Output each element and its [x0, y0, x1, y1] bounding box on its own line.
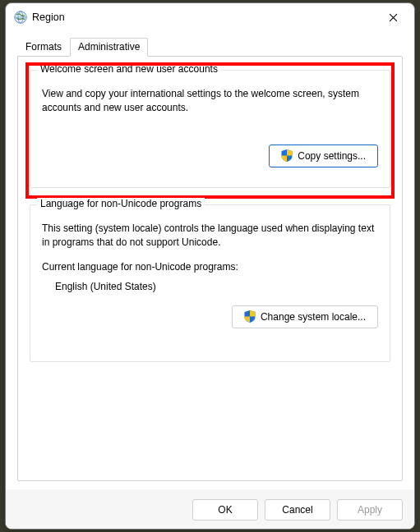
ok-button[interactable]: OK [192, 499, 258, 521]
tab-formats[interactable]: Formats [17, 38, 70, 57]
shield-icon [244, 310, 256, 323]
cancel-button[interactable]: Cancel [265, 499, 330, 521]
shield-icon [281, 149, 293, 162]
globe-icon [14, 11, 27, 24]
group-non-unicode: Language for non-Unicode programs This s… [30, 204, 390, 362]
copy-settings-label: Copy settings... [298, 150, 366, 162]
group-title-welcome: Welcome screen and new user accounts [37, 63, 221, 75]
current-language-value: English (United States) [55, 281, 378, 292]
group-title-non-unicode: Language for non-Unicode programs [37, 198, 205, 209]
group-welcome-screen: Welcome screen and new user accounts Vie… [30, 70, 390, 188]
copy-settings-button[interactable]: Copy settings... [269, 144, 378, 167]
change-system-locale-label: Change system locale... [261, 311, 366, 323]
dialog-footer: OK Cancel Apply [6, 489, 414, 529]
current-language-label: Current language for non-Unicode program… [42, 261, 378, 273]
region-dialog: Region Formats Administrative Welcome sc… [5, 2, 415, 530]
close-button[interactable] [375, 5, 411, 30]
non-unicode-description: This setting (system locale) controls th… [42, 222, 378, 250]
window-title: Region [32, 11, 375, 23]
client-area: Formats Administrative Welcome screen an… [6, 31, 414, 489]
titlebar: Region [6, 3, 414, 31]
welcome-screen-description: View and copy your international setting… [42, 87, 378, 115]
tabstrip: Formats Administrative [17, 36, 403, 56]
tab-administrative[interactable]: Administrative [70, 38, 148, 57]
apply-button[interactable]: Apply [337, 499, 403, 521]
change-system-locale-button[interactable]: Change system locale... [232, 305, 378, 328]
tab-panel-administrative: Welcome screen and new user accounts Vie… [17, 56, 403, 481]
